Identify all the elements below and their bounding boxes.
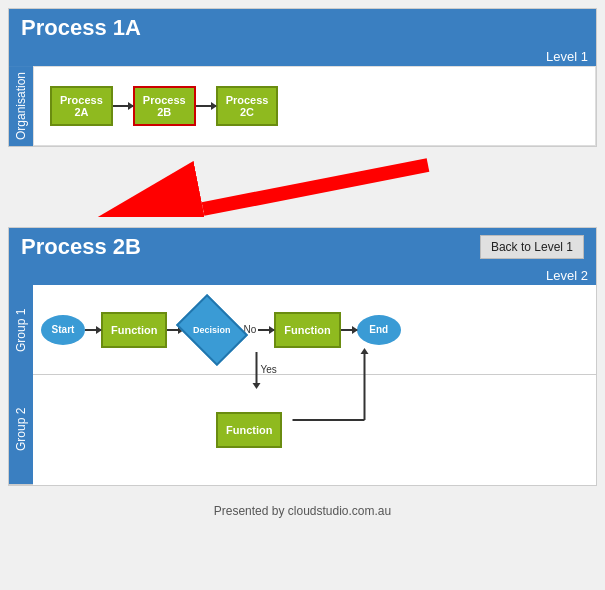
diagram1-level: Level 1: [9, 47, 596, 66]
decision-node[interactable]: Decision: [183, 308, 241, 352]
group1-row: Start Function Decision No: [33, 285, 596, 375]
process-2c[interactable]: Process2C: [216, 86, 279, 126]
func3-node[interactable]: Function: [216, 412, 282, 448]
footer: Presented by cloudstudio.com.au: [8, 496, 597, 522]
group2-row: Function: [33, 375, 596, 485]
group1-label: Group 1: [9, 285, 33, 375]
process-2b[interactable]: Process2B: [133, 86, 196, 126]
func1-node[interactable]: Function: [101, 312, 167, 348]
red-arrow-container: [8, 157, 597, 217]
lane-org-content: Process2A Process2B Process2C: [33, 66, 596, 146]
lanes-content: Start Function Decision No: [33, 285, 596, 485]
diagram1-body: Organisation Process2A Process2B Process…: [9, 66, 596, 146]
end-node[interactable]: End: [357, 315, 401, 345]
diagram1-header: Process 1A: [9, 9, 596, 47]
diagram2-lanes: Group 1 Group 2 Start Function: [9, 285, 596, 485]
group2-label: Group 2: [9, 375, 33, 485]
process-2a[interactable]: Process2A: [50, 86, 113, 126]
process-flow: Process2A Process2B Process2C: [50, 86, 278, 126]
arrow-2b-2c: [196, 105, 216, 107]
arr-no: [258, 329, 274, 331]
diagram1: Process 1A Level 1 Organisation Process2…: [8, 8, 597, 147]
lane-org-label: Organisation: [9, 66, 33, 146]
diagram2-title: Process 2B: [21, 234, 141, 260]
page-wrapper: Process 1A Level 1 Organisation Process2…: [0, 0, 605, 530]
func3-container: Function: [216, 412, 282, 448]
red-arrow-svg: [8, 157, 597, 217]
diagram2-level: Level 2: [9, 266, 596, 285]
arr-f2-end: [341, 329, 357, 331]
diagram2: Process 2B Back to Level 1 Level 2 Group…: [8, 227, 597, 486]
arrow-2a-2b: [113, 105, 133, 107]
start-node[interactable]: Start: [41, 315, 85, 345]
diagram2-header: Process 2B Back to Level 1: [9, 228, 596, 266]
back-to-level-button[interactable]: Back to Level 1: [480, 235, 584, 259]
svg-line-1: [203, 165, 428, 209]
lane-labels-col: Group 1 Group 2: [9, 285, 33, 485]
arr-start-f1: [85, 329, 101, 331]
diagram1-title: Process 1A: [21, 15, 141, 40]
func2-node[interactable]: Function: [274, 312, 340, 348]
